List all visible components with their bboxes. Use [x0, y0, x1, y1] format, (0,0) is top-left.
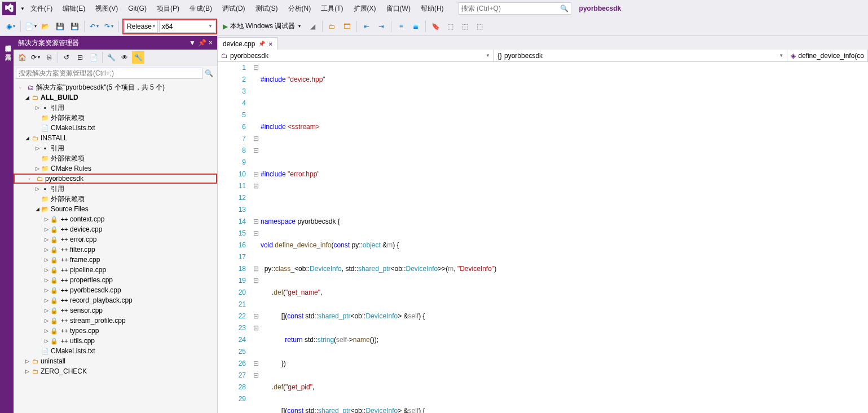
comment-button[interactable]: ≡ [395, 20, 407, 33]
logo-dropdown-icon[interactable]: ▼ [20, 6, 25, 11]
explorer-search: 🔍 [14, 65, 217, 81]
source-file-node[interactable]: ▷🔒++pyorbbecsdk.cpp [14, 285, 217, 295]
menu-debug[interactable]: 调试(D) [218, 2, 250, 16]
references-node[interactable]: ▷▪引用 [14, 184, 217, 194]
source-file-node[interactable]: ▷🔒++filter.cpp [14, 245, 217, 255]
new-item-button[interactable]: 📄▾ [24, 20, 37, 33]
tool-button-2[interactable]: 🗔 [341, 20, 353, 33]
pin-icon[interactable]: 📌 [258, 41, 265, 47]
nav-project-combo[interactable]: 🗀pyorbbecsdk▼ [218, 50, 494, 61]
side-tab-server-explorer[interactable]: 服务器资源管理器 [0, 36, 14, 45]
cmake-rules-node[interactable]: ▷📁CMake Rules [14, 163, 217, 174]
undo-button[interactable]: ↶▾ [88, 20, 100, 33]
source-file-node[interactable]: ▷🔒++context.cpp [14, 214, 217, 224]
switch-views-button[interactable]: ⟳▾ [29, 51, 42, 64]
solution-name-label: pyorbbecsdk [579, 5, 622, 12]
tool-button-3[interactable]: ⬚ [444, 20, 456, 33]
nav-back-button[interactable]: ◉▾ [5, 20, 17, 33]
cmake-file-node[interactable]: 📄CMakeLists.txt [14, 346, 217, 356]
close-tab-icon[interactable]: × [268, 41, 272, 47]
platform-combo[interactable]: x64▼ [159, 20, 215, 33]
project-uninstall[interactable]: ▷🗀uninstall [14, 356, 217, 366]
source-file-node[interactable]: ▷🔒++stream_profile.cpp [14, 316, 217, 326]
menu-project[interactable]: 项目(P) [152, 2, 184, 16]
show-all-button[interactable]: 📄 [87, 51, 100, 64]
navigation-bar: 🗀pyorbbecsdk▼ {}pyorbbecsdk▼ ◈define_dev… [218, 50, 868, 62]
side-tab-toolbox[interactable]: 工具箱 [0, 45, 14, 54]
menu-file[interactable]: 文件(F) [26, 2, 57, 16]
bookmark-button[interactable]: 🔖 [429, 20, 442, 33]
sync-button[interactable]: ↺ [60, 51, 73, 64]
panel-close-icon[interactable]: × [209, 39, 213, 47]
menu-edit[interactable]: 编辑(E) [58, 2, 90, 16]
search-icon: 🔍 [560, 5, 569, 12]
outdent-button[interactable]: ⇥ [375, 20, 387, 33]
external-deps-node[interactable]: 📁外部依赖项 [14, 153, 217, 163]
source-file-node[interactable]: ▷🔒++frame.cpp [14, 255, 217, 265]
redo-button[interactable]: ↷▾ [103, 20, 115, 33]
references-node[interactable]: ▷▪引用 [14, 103, 217, 113]
nav-function-combo[interactable]: ◈define_device_info(co [787, 50, 868, 61]
source-file-node[interactable]: ▷🔒++types.cpp [14, 326, 217, 336]
file-tab-device-cpp[interactable]: device.cpp 📌 × [218, 37, 277, 50]
start-debug-button[interactable]: ▶ 本地 Windows 调试器 ▾ [219, 20, 304, 33]
tool-button-5[interactable]: ⬚ [473, 20, 486, 33]
source-file-node[interactable]: ▷🔒++sensor.cpp [14, 305, 217, 316]
cmake-file-node[interactable]: 📄CMakeLists.txt [14, 123, 217, 133]
external-deps-node[interactable]: 📁外部依赖项 [14, 194, 217, 204]
settings-button[interactable]: 🔧 [132, 51, 144, 64]
tool-button-4[interactable]: ⬚ [459, 20, 471, 33]
properties-button[interactable]: 🔧 [105, 51, 117, 64]
menu-build[interactable]: 生成(B) [185, 2, 217, 16]
source-file-node[interactable]: ▷🔒++record_playback.cpp [14, 295, 217, 305]
collapse-button[interactable]: ⊟ [74, 51, 86, 64]
menu-tools[interactable]: 工具(T) [316, 2, 347, 16]
source-file-node[interactable]: ▷🔒++device.cpp [14, 224, 217, 234]
project-zero-check[interactable]: ▷🗀ZERO_CHECK [14, 366, 217, 376]
save-button[interactable]: 💾 [54, 20, 66, 33]
source-files-folder[interactable]: ◢📂Source Files [14, 204, 217, 214]
open-button[interactable]: 📂 [39, 20, 51, 33]
preview-button[interactable]: 👁 [118, 51, 131, 64]
uncomment-button[interactable]: ≣ [409, 20, 422, 33]
menu-window[interactable]: 窗口(W) [382, 2, 415, 16]
pending-changes-button[interactable]: ⎘ [43, 51, 55, 64]
debug-dropdown[interactable]: ◢ [306, 20, 319, 33]
menu-help[interactable]: 帮助(H) [416, 2, 448, 16]
nav-namespace-combo[interactable]: {}pyorbbecsdk▼ [494, 50, 787, 61]
menu-test[interactable]: 测试(S) [251, 2, 283, 16]
search-box[interactable]: 搜索 (Ctrl+Q) 🔍 [459, 2, 571, 15]
menu-view[interactable]: 视图(V) [91, 2, 122, 16]
menu-bar: ▼ 文件(F) 编辑(E) 视图(V) Git(G) 项目(P) 生成(B) 调… [0, 0, 868, 17]
fold-column[interactable]: ⊟⊟⊟⊟⊟⊟⊟⊟⊟⊟⊟⊟⊟ [252, 62, 261, 413]
indent-button[interactable]: ⇤ [360, 20, 373, 33]
panel-dropdown-icon[interactable]: ▼ [189, 39, 196, 47]
search-placeholder: 搜索 (Ctrl+Q) [461, 4, 501, 14]
save-all-button[interactable]: 💾 [68, 20, 81, 33]
solution-tree: ◦🗂解决方案"pyorbbecsdk"(5 个项目，共 5 个) ◢🗀ALL_B… [14, 81, 217, 413]
code-area[interactable]: 1234567891011121314151617181920212223242… [218, 62, 868, 413]
code-content[interactable]: #include "device.hpp" #include <sstream>… [261, 62, 868, 413]
explorer-search-icon[interactable]: 🔍 [202, 67, 215, 79]
menu-git[interactable]: Git(G) [124, 2, 151, 15]
project-pyorbbecsdk[interactable]: ◦🗀pyorbbecsdk [14, 174, 217, 184]
tool-button-1[interactable]: 🗀 [326, 20, 338, 33]
solution-node[interactable]: ◦🗂解决方案"pyorbbecsdk"(5 个项目，共 5 个) [14, 82, 217, 92]
menu-extensions[interactable]: 扩展(X) [349, 2, 381, 16]
panel-pin-icon[interactable]: 📌 [198, 39, 206, 47]
external-deps-node[interactable]: 📁外部依赖项 [14, 113, 217, 123]
project-all-build[interactable]: ◢🗀ALL_BUILD [14, 92, 217, 103]
configuration-combo[interactable]: Release▼ [124, 20, 158, 33]
menu-analyze[interactable]: 分析(N) [284, 2, 316, 16]
source-file-node[interactable]: ▷🔒++error.cpp [14, 234, 217, 245]
config-platform-group: Release▼ x64▼ [122, 19, 217, 34]
project-install[interactable]: ◢🗀INSTALL [14, 133, 217, 143]
source-file-node[interactable]: ▷🔒++pipeline.cpp [14, 265, 217, 275]
references-node[interactable]: ▷▪引用 [14, 143, 217, 153]
tab-label: device.cpp [223, 40, 255, 48]
source-file-node[interactable]: ▷🔒++properties.cpp [14, 275, 217, 285]
standard-toolbar: ◉▾ 📄▾ 📂 💾 💾 ↶▾ ↷▾ Release▼ x64▼ ▶ 本地 Win… [0, 17, 868, 36]
explorer-search-input[interactable] [16, 68, 202, 79]
source-file-node[interactable]: ▷🔒++utils.cpp [14, 336, 217, 346]
home-button[interactable]: 🏠 [16, 51, 28, 64]
